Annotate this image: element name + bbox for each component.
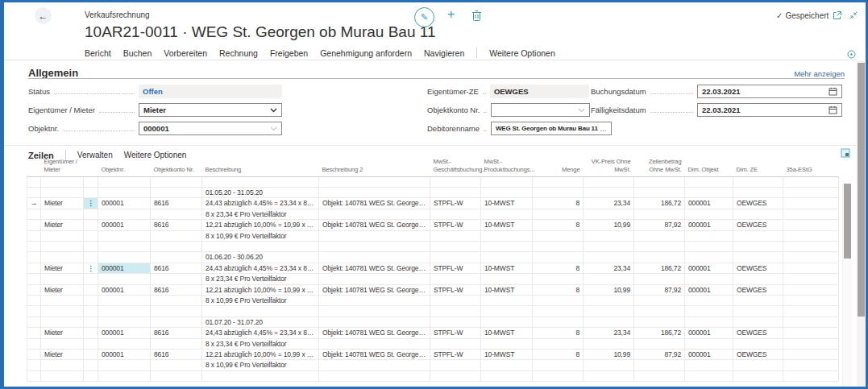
cell[interactable]: 8616 — [151, 198, 202, 209]
page-scrollbar-thumb[interactable] — [858, 63, 865, 317]
cell[interactable] — [202, 176, 319, 187]
cell[interactable]: 12,21 abzüglich 10,00% = 10,99 x 8 Verwa… — [202, 349, 319, 359]
cell[interactable] — [430, 317, 481, 327]
cell[interactable] — [533, 274, 584, 284]
cell[interactable] — [584, 241, 634, 251]
column-header[interactable]: Objektkonto Nr. — [151, 158, 202, 176]
cell[interactable] — [783, 209, 839, 219]
cell[interactable]: 8 — [533, 198, 584, 209]
cell[interactable]: Mieter — [41, 284, 84, 295]
cell[interactable] — [151, 241, 202, 251]
cell[interactable]: 000001 — [685, 198, 733, 209]
cell[interactable] — [634, 230, 685, 241]
cell[interactable] — [41, 360, 84, 370]
cell[interactable] — [84, 317, 98, 327]
cell[interactable] — [533, 370, 584, 381]
cell[interactable] — [783, 370, 839, 381]
column-header[interactable]: 35a-EStG — [783, 158, 839, 176]
cell[interactable]: 12,21 abzüglich 10,00% = 10,99 x 8 Verwa… — [202, 284, 319, 295]
cell[interactable] — [634, 306, 685, 317]
cell[interactable] — [685, 176, 733, 187]
cell[interactable] — [685, 230, 733, 241]
cell[interactable] — [430, 338, 481, 349]
eigentumer-mieter-select[interactable]: Mieter — [139, 103, 282, 117]
cell[interactable] — [533, 230, 584, 241]
cell[interactable] — [634, 338, 685, 349]
cell[interactable]: STPFL-W — [430, 349, 481, 359]
cell[interactable]: 8 x 23,34 € Pro Verteilfaktor — [202, 338, 319, 349]
cell[interactable] — [41, 252, 84, 263]
cell[interactable] — [533, 360, 584, 370]
cell[interactable]: 10,99 — [584, 284, 634, 295]
cell[interactable] — [481, 187, 533, 197]
cell[interactable]: 8616 — [151, 328, 202, 338]
cell[interactable]: 10-MWST — [481, 328, 533, 338]
chevron-down-icon[interactable] — [270, 108, 277, 113]
cell[interactable] — [584, 252, 634, 263]
cell[interactable]: 10,99 — [584, 349, 634, 359]
cell[interactable] — [783, 241, 839, 251]
cell[interactable] — [98, 306, 151, 317]
cell[interactable] — [733, 230, 783, 241]
cell[interactable] — [783, 349, 839, 359]
cell[interactable] — [584, 317, 634, 327]
cell[interactable] — [319, 370, 430, 381]
cell[interactable]: 10-MWST — [481, 220, 533, 230]
cell[interactable] — [634, 209, 685, 219]
row-menu-icon[interactable]: ⋮ — [84, 198, 98, 209]
cell[interactable]: 000001 — [98, 220, 151, 230]
cell[interactable] — [430, 306, 481, 317]
cell[interactable] — [584, 209, 634, 219]
cell[interactable] — [151, 230, 202, 241]
cell[interactable]: 186,72 — [634, 328, 685, 338]
cell[interactable] — [733, 252, 783, 263]
cell[interactable]: 8 x 10,99 € Pro Verteilfaktor — [202, 360, 319, 370]
cell[interactable] — [481, 295, 533, 305]
cell[interactable]: Objekt: 140781 WEG St. Georgen ob ... — [319, 198, 430, 209]
cell[interactable] — [430, 274, 481, 284]
cell[interactable] — [151, 295, 202, 305]
cell[interactable] — [319, 252, 430, 263]
cell[interactable] — [481, 360, 533, 370]
cell[interactable] — [634, 370, 685, 381]
cell[interactable] — [430, 241, 481, 251]
cell[interactable] — [84, 241, 98, 251]
cell[interactable]: 000001 — [685, 349, 733, 359]
cell[interactable] — [634, 360, 685, 370]
cell[interactable] — [430, 360, 481, 370]
cell[interactable] — [41, 306, 84, 317]
cell[interactable] — [685, 370, 733, 381]
cell[interactable]: STPFL-W — [430, 328, 481, 338]
cell[interactable] — [533, 306, 584, 317]
cell[interactable] — [533, 187, 584, 197]
cell[interactable] — [41, 370, 84, 381]
cell[interactable]: 23,34 — [584, 263, 634, 273]
cell[interactable] — [685, 317, 733, 327]
cell[interactable] — [685, 360, 733, 370]
cell[interactable] — [733, 370, 783, 381]
cell[interactable]: STPFL-W — [430, 284, 481, 295]
faelligkeitsdatum-input[interactable]: 22.03.2021 — [697, 103, 842, 117]
cell[interactable] — [41, 274, 84, 284]
cell[interactable] — [685, 209, 733, 219]
cell[interactable] — [319, 230, 430, 241]
column-header[interactable]: Objektnr. — [98, 158, 151, 176]
cell[interactable] — [783, 220, 839, 230]
cell[interactable] — [98, 360, 151, 370]
cell[interactable] — [84, 349, 98, 359]
cell[interactable] — [84, 295, 98, 305]
cell[interactable]: 24,43 abzüglich 4,45% = 23,34 x 8 Verwal… — [202, 198, 319, 209]
cell[interactable] — [84, 209, 98, 219]
cell[interactable] — [430, 230, 481, 241]
cell[interactable]: 10-MWST — [481, 198, 533, 209]
cell[interactable] — [319, 209, 430, 219]
cell[interactable] — [151, 338, 202, 349]
cell[interactable] — [634, 252, 685, 263]
cell[interactable] — [783, 360, 839, 370]
cell[interactable] — [98, 176, 151, 187]
cell[interactable]: 01.05.20 - 31.05.20 — [202, 187, 319, 197]
cell[interactable] — [733, 241, 783, 251]
cell[interactable] — [319, 317, 430, 327]
cell[interactable] — [84, 306, 98, 317]
cell[interactable]: 000001 — [98, 349, 151, 359]
